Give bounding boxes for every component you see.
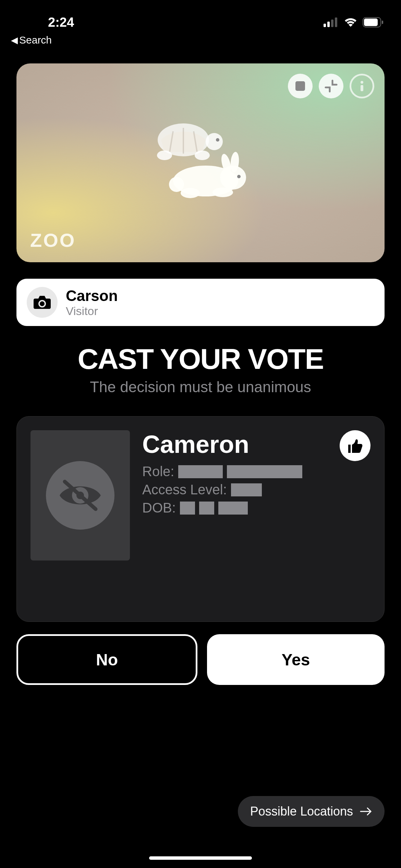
role-label: Role:: [142, 464, 174, 479]
stop-icon: [295, 81, 305, 91]
arrow-right-icon: [360, 807, 372, 816]
redacted-block: [178, 465, 223, 478]
svg-rect-0: [324, 24, 326, 27]
home-indicator[interactable]: [149, 856, 252, 860]
redacted-block: [180, 502, 195, 515]
svg-point-14: [206, 133, 223, 150]
redacted-block: [227, 465, 302, 478]
svg-rect-5: [364, 19, 378, 26]
svg-rect-7: [295, 81, 305, 91]
svg-point-15: [216, 138, 219, 142]
dob-label: DOB:: [142, 500, 176, 516]
zoo-animals-illustration: [146, 118, 255, 200]
redacted-block: [231, 483, 262, 496]
back-nav[interactable]: ◀ Search: [11, 34, 52, 46]
svg-rect-1: [327, 22, 330, 27]
locations-label: Possible Locations: [250, 804, 353, 819]
vote-buttons: No Yes: [16, 634, 385, 685]
heading-title: CAST YOUR VOTE: [16, 342, 385, 376]
location-card: ZOO: [16, 63, 385, 262]
redacted-block: [199, 502, 214, 515]
svg-point-17: [195, 150, 210, 160]
back-arrow-icon: ◀: [11, 35, 18, 46]
status-time: 2:24: [48, 15, 74, 30]
info-icon: [355, 79, 369, 93]
svg-rect-9: [361, 85, 363, 91]
player-avatar: [27, 287, 58, 318]
wifi-icon: [343, 17, 358, 27]
eye-slash-icon: [56, 477, 104, 514]
vote-target-access-row: Access Level:: [142, 482, 370, 497]
status-bar: 2:24: [0, 0, 401, 34]
back-label: Search: [19, 34, 52, 46]
battery-icon: [363, 17, 384, 27]
possible-locations-button[interactable]: Possible Locations: [238, 796, 385, 827]
player-name: Carson: [66, 287, 118, 304]
collapse-icon: [324, 79, 338, 93]
thumbs-up-badge: [340, 430, 370, 461]
svg-rect-2: [331, 20, 333, 27]
cellular-icon: [324, 17, 339, 27]
vote-target-name: Cameron: [142, 430, 370, 458]
svg-rect-3: [335, 17, 337, 27]
status-icons: [324, 17, 384, 27]
access-label: Access Level:: [142, 482, 227, 497]
svg-point-25: [212, 188, 233, 197]
stop-button[interactable]: [288, 74, 313, 98]
svg-point-24: [181, 188, 200, 198]
vote-heading: CAST YOUR VOTE The decision must be unan…: [16, 342, 385, 396]
svg-point-22: [237, 175, 241, 178]
player-role: Visitor: [66, 304, 118, 318]
vote-target-avatar: [31, 430, 130, 560]
camera-icon: [34, 295, 51, 310]
vote-target-role-row: Role:: [142, 464, 370, 479]
yes-button[interactable]: Yes: [207, 634, 385, 685]
heading-subtitle: The decision must be unanimous: [16, 378, 385, 396]
player-card[interactable]: Carson Visitor: [16, 279, 385, 326]
info-button[interactable]: [350, 74, 374, 98]
vote-target-card: Cameron Role: Access Level: DOB:: [16, 416, 385, 622]
svg-rect-6: [382, 21, 383, 24]
no-button[interactable]: No: [16, 634, 197, 685]
svg-point-16: [157, 150, 172, 160]
location-label: ZOO: [30, 229, 76, 251]
collapse-button[interactable]: [319, 74, 343, 98]
svg-point-8: [361, 81, 363, 84]
vote-target-dob-row: DOB:: [142, 500, 370, 516]
svg-point-23: [169, 177, 184, 192]
redacted-block: [218, 502, 248, 515]
thumbs-up-icon: [347, 437, 364, 454]
